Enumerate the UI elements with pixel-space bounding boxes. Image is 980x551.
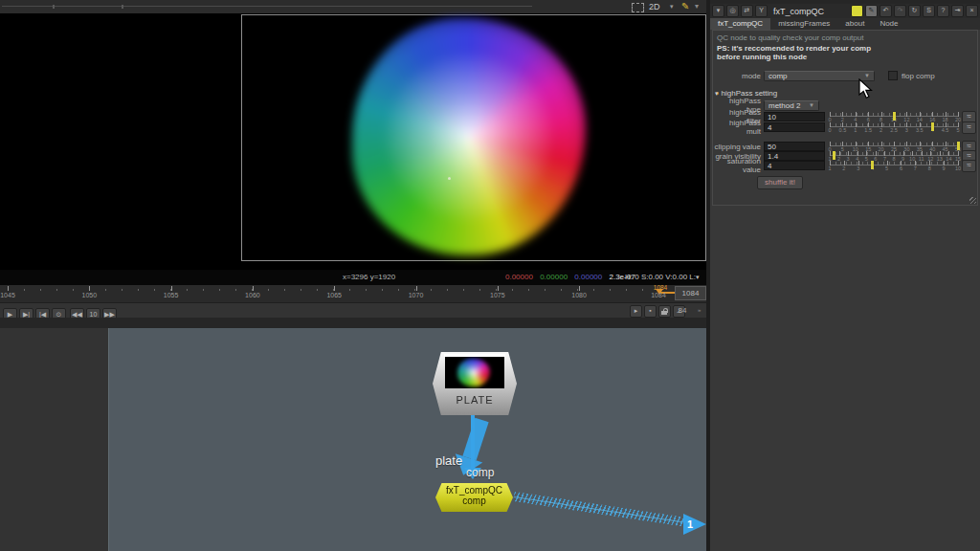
highPass-mult-field[interactable]: 4 (764, 122, 825, 132)
close-icon[interactable]: × (966, 5, 978, 17)
current-frame-field[interactable]: 1084 (675, 286, 706, 300)
highPass-mult-slider[interactable]: 00.511.522.533.544.55 (830, 122, 958, 133)
saturation-value-row: saturation value412345678910≈ (713, 160, 977, 171)
ruler-label: 1075 (490, 292, 505, 298)
ps-note-line2: before running this node (717, 53, 807, 61)
flop-comp-label: flop comp (902, 72, 935, 80)
roto-pen-icon[interactable]: ✎ (681, 1, 689, 11)
rgba-values: 0.00000 0.00000 0.00000 2.3e-07 (505, 270, 640, 285)
ruler-tick (579, 286, 580, 291)
node-hint-text: QC node to quality check your comp outpu… (717, 33, 863, 42)
slider-handle[interactable] (833, 151, 835, 160)
slider-handle[interactable] (871, 161, 874, 169)
plate-node-label: PLATE (433, 394, 517, 406)
ruler-current-label: 1084 (651, 292, 666, 298)
ruler-tick (171, 286, 172, 291)
ruler-label: 1080 (571, 292, 587, 298)
ruler-label: 1065 (326, 292, 342, 298)
frame-secondary-value: 84 (670, 306, 695, 315)
node-color-swatch[interactable] (851, 5, 863, 17)
guide-tick (53, 5, 55, 9)
flop-comp-checkbox[interactable] (888, 71, 898, 80)
ruler-tick (253, 286, 254, 291)
properties-tabs: fxT_compQCmissingFramesaboutNode (710, 18, 980, 30)
ruler-tick (498, 286, 499, 291)
timeline-bottom-strip (0, 318, 706, 328)
saturation-value-field[interactable]: 4 (764, 161, 825, 170)
help-icon[interactable]: ? (937, 5, 949, 17)
animation-curve-icon[interactable]: ≈ (962, 160, 976, 172)
undo-icon[interactable]: ↶ (880, 5, 892, 17)
viewer-mode-dropdown[interactable]: 2D (649, 2, 660, 11)
mode-row: mode comp ▼ flop comp (713, 70, 977, 81)
saturation-value-slider[interactable]: 12345678910 (830, 161, 958, 171)
info-caret-icon[interactable]: ▾ (696, 270, 700, 285)
center-node-icon[interactable]: ◎ (726, 5, 739, 17)
ruler-label: 1055 (164, 292, 179, 298)
viewer-info-bar: x=3296 y=1920 0.00000 0.00000 0.00000 2.… (0, 270, 706, 285)
highPass-filter-slider[interactable]: 02468101214161820 (830, 112, 958, 122)
script-icon[interactable]: S (923, 5, 935, 17)
properties-title-bar: ▾◎⇄Y fxT_compQC ✎↶↷↻S?⇥× (710, 4, 980, 19)
node-tree-icon[interactable]: Y (755, 5, 768, 17)
disclosure-triangle-icon[interactable]: ▾ (715, 90, 719, 97)
ruler-label: 1050 (82, 292, 98, 298)
pen-options-icon[interactable]: ▾ (695, 2, 699, 11)
plate-thumbnail-blob (457, 359, 490, 386)
collapse-chevrons-icon[interactable]: » (698, 307, 701, 313)
mouse-cursor (858, 78, 874, 99)
revert-icon[interactable]: ↻ (908, 5, 921, 17)
mode-value: comp (768, 72, 788, 80)
tab-Node[interactable]: Node (872, 18, 905, 30)
nuke-application: 2D ▾ ✎ ▾ x=3296 y=1920 0.00000 0.00000 0… (0, 0, 980, 551)
shuffle-button[interactable]: shuffle it! (757, 176, 803, 189)
wire-label-comp: comp (466, 466, 494, 479)
ruler-label: 1045 (0, 292, 15, 298)
highpass-type-dropdown[interactable]: method 2 ▼ (764, 100, 819, 111)
qc-node-subtitle: comp (435, 496, 513, 506)
param-label: highPass mult (713, 119, 761, 136)
tab-fxT_compQC[interactable]: fxT_compQC (710, 18, 770, 30)
mode-label: mode (713, 72, 761, 80)
plate-node[interactable]: PLATE (433, 352, 517, 415)
slider-handle[interactable] (957, 142, 960, 150)
blue-value: 0.00000 (574, 273, 602, 281)
stop-icon[interactable]: ▪ (644, 305, 657, 318)
redo-icon[interactable]: ↷ (894, 5, 906, 17)
ruler-label: 1060 (245, 292, 260, 298)
tab-missingFrames[interactable]: missingFrames (770, 18, 837, 30)
slider-handle[interactable] (931, 122, 934, 131)
resize-grip[interactable] (969, 197, 976, 204)
tab-about[interactable]: about (837, 18, 872, 30)
playback-controls: ▶▶||◀⊙ ◀◀10▶▶ ▸▪⊥ 84 » (0, 302, 706, 319)
collapse-icon[interactable]: ▾ (712, 5, 724, 17)
float-panel-icon[interactable]: ⇥ (951, 5, 964, 17)
gain-marquee-icon[interactable] (632, 3, 644, 12)
switch-panel-icon[interactable]: ⇄ (741, 5, 753, 17)
node-title: fxT_compQC (773, 7, 849, 16)
color-sample-marker (448, 177, 451, 180)
guide-tick (122, 5, 123, 9)
viewer-canvas[interactable] (0, 13, 706, 270)
node-graph-panel[interactable]: PLATE plate comp fxT_compQC comp 1 (0, 328, 706, 551)
ruler-label: 1070 (409, 292, 424, 298)
animation-curve-icon[interactable]: ≈ (962, 121, 976, 134)
flipbook-icon[interactable]: ▸ (630, 305, 642, 318)
pixel-coordinates: x=3296 y=1920 (343, 270, 395, 285)
plate-thumbnail (445, 357, 504, 388)
fxt-compqc-node[interactable]: fxT_compQC comp (435, 483, 513, 512)
properties-panel: ▾◎⇄Y fxT_compQC ✎↶↷↻S?⇥× fxT_compQCmissi… (710, 0, 980, 551)
ps-note-line1: PS: it's reccomended to render your comp (717, 44, 871, 53)
highPass-filter-field[interactable]: 10 (764, 112, 825, 121)
highPass-mult-row: highPass mult400.511.522.533.544.55≈ (713, 121, 977, 133)
green-value: 0.00000 (540, 273, 568, 281)
ruler-tick (416, 286, 417, 291)
slider-handle[interactable] (893, 112, 896, 121)
chevron-down-icon[interactable]: ▾ (670, 3, 674, 11)
node-graph-workspace[interactable] (108, 328, 707, 551)
frame-ruler[interactable]: 10451050105510601065107010751080 1084 10… (0, 285, 706, 302)
viewer-toolbar: 2D ▾ ✎ ▾ (0, 0, 706, 14)
swatch-edit-icon[interactable]: ✎ (865, 5, 878, 17)
ruler-tick (89, 286, 90, 291)
timeline-panel: 10451050105510601065107010751080 1084 10… (0, 285, 706, 328)
